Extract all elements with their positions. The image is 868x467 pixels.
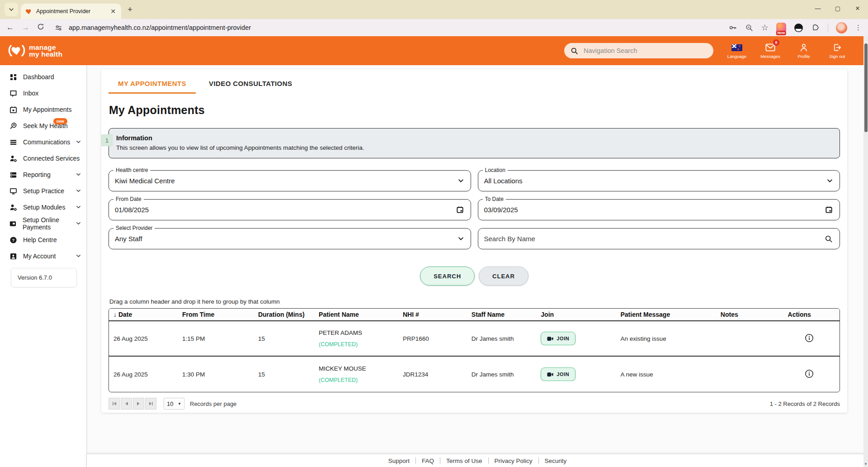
join-button[interactable]: JOIN: [541, 332, 576, 345]
to-date-label: To Date: [483, 196, 506, 202]
cell-join: JOIN: [536, 367, 616, 381]
signout-icon: [833, 43, 842, 52]
column-patient-name[interactable]: Patient Name: [314, 311, 398, 318]
sidebar-item-seek-my-health[interactable]: Seek My Health new: [0, 118, 86, 134]
sidebar-item-help-centre[interactable]: ? Help Centre: [0, 232, 86, 248]
info-box-title: Information: [116, 134, 832, 142]
sidebar-item-dashboard[interactable]: Dashboard: [0, 69, 86, 85]
column-actions[interactable]: Actions: [783, 311, 835, 318]
page-size-select[interactable]: 10 ▼: [164, 398, 184, 410]
chevron-down-icon: [76, 171, 81, 178]
sidebar-item-communications[interactable]: Communications: [0, 134, 86, 150]
tab-search-button[interactable]: [5, 3, 18, 16]
back-button[interactable]: ←: [6, 23, 14, 32]
tab-close-icon[interactable]: ✕: [109, 8, 117, 15]
location-select[interactable]: Location All Locations: [478, 170, 840, 191]
search-by-name-field[interactable]: [484, 235, 825, 243]
cell-patient-message: A new issue: [616, 371, 716, 378]
sidebar-item-reporting[interactable]: Reporting: [0, 167, 86, 183]
window-maximize-button[interactable]: ▢: [835, 5, 841, 12]
sidebar-item-setup-practice[interactable]: Setup Practice: [0, 183, 86, 199]
first-page-button[interactable]: [108, 398, 120, 410]
profile-button[interactable]: Profile: [791, 43, 816, 59]
info-box-text: This screen allows you to view list of u…: [116, 144, 832, 151]
chevron-down-icon: [76, 138, 81, 146]
sidebar-item-connected-services[interactable]: Connected Services: [0, 150, 86, 167]
site-settings-icon: [55, 24, 62, 32]
zoom-icon[interactable]: [745, 24, 754, 32]
column-date[interactable]: ↓ Date: [109, 311, 178, 318]
scrollbar-thumb[interactable]: [864, 43, 868, 132]
browser-menu-icon[interactable]: ⋮: [855, 24, 862, 32]
profile-avatar[interactable]: [836, 22, 847, 33]
password-key-icon[interactable]: [728, 23, 737, 32]
sidebar-item-inbox[interactable]: Inbox: [0, 85, 86, 101]
cell-patient-name: PETER ADAMS (COMPLETED): [314, 329, 398, 348]
extension-new-icon[interactable]: New: [776, 23, 786, 33]
sidebar-item-setup-online-payments[interactable]: Setup Online Payments: [0, 215, 86, 232]
table-row: 26 Aug 2025 1:15 PM 15 PETER ADAMS (COMP…: [109, 321, 840, 357]
scrollbar-down-arrow[interactable]: ▼: [863, 462, 868, 466]
navigation-search[interactable]: [564, 43, 713, 58]
info-icon[interactable]: [805, 334, 814, 343]
column-nhi[interactable]: NHI #: [398, 311, 467, 318]
column-notes[interactable]: Notes: [716, 311, 783, 318]
footer-link-privacy[interactable]: Privacy Policy: [489, 457, 538, 464]
navigation-search-input[interactable]: [584, 47, 697, 54]
footer-link-faq[interactable]: FAQ: [416, 457, 440, 464]
join-button[interactable]: JOIN: [541, 367, 576, 381]
forward-button[interactable]: →: [22, 23, 29, 32]
new-tab-button[interactable]: +: [127, 5, 132, 14]
window-close-button[interactable]: ✕: [854, 5, 861, 12]
bookmark-star-icon[interactable]: ☆: [761, 23, 769, 33]
column-from-time[interactable]: From Time: [178, 311, 254, 318]
address-bar[interactable]: app.managemyhealth.co.nz/appointment/app…: [69, 24, 728, 31]
signout-button[interactable]: Sign out: [825, 43, 850, 59]
next-page-button[interactable]: [133, 398, 144, 410]
to-date-input[interactable]: To Date 03/09/2025: [478, 199, 840, 220]
extensions-puzzle-icon[interactable]: [811, 23, 820, 32]
tab-my-appointments[interactable]: MY APPOINTMENTS: [108, 76, 196, 94]
tab-video-consultations[interactable]: VIDEO CONSULTATIONS: [199, 76, 302, 94]
managemyhealth-logo[interactable]: manage my health: [7, 42, 62, 59]
provider-select[interactable]: Select Provider Any Staff: [108, 228, 471, 249]
search-button[interactable]: SEARCH: [420, 267, 475, 286]
from-date-value: 01/08/2025: [115, 206, 456, 214]
reload-button[interactable]: [37, 23, 44, 33]
footer-link-support[interactable]: Support: [382, 457, 415, 464]
footer-link-terms[interactable]: Terms of Use: [440, 457, 488, 464]
column-patient-message[interactable]: Patient Message: [616, 311, 716, 318]
calendar-icon[interactable]: [456, 206, 464, 214]
managemyhealth-logo-icon: [7, 42, 26, 59]
health-centre-select[interactable]: Health centre Kiwi Medical Centre: [108, 170, 471, 191]
info-icon[interactable]: [805, 369, 814, 378]
site-info-button[interactable]: [55, 24, 62, 32]
from-date-input[interactable]: From Date 01/08/2025: [108, 199, 471, 220]
page-number-button[interactable]: 1: [101, 134, 113, 146]
dashboard-icon: [9, 73, 17, 81]
last-page-button[interactable]: [145, 398, 156, 410]
main-content: MY APPOINTMENTS VIDEO CONSULTATIONS My A…: [87, 65, 868, 467]
column-duration[interactable]: Duration (Mins): [254, 311, 314, 318]
page-scrollbar[interactable]: ▼: [863, 36, 868, 467]
sidebar-item-setup-modules[interactable]: Setup Modules: [0, 199, 86, 215]
health-centre-label: Health centre: [113, 167, 150, 173]
previous-page-button[interactable]: [121, 398, 132, 410]
chevron-down-icon: [76, 253, 81, 260]
sidebar-item-my-account[interactable]: My Account: [0, 248, 86, 264]
sidebar-item-my-appointments[interactable]: My Appointments: [0, 101, 86, 118]
cell-date: 26 Aug 2025: [109, 335, 178, 342]
help-icon: ?: [9, 236, 17, 244]
clear-button[interactable]: CLEAR: [479, 267, 528, 286]
column-join[interactable]: Join: [536, 311, 616, 318]
browser-tab[interactable]: Appointment Provider ✕: [21, 4, 121, 19]
window-minimize-button[interactable]: —: [815, 5, 821, 12]
footer-link-security[interactable]: Security: [539, 457, 573, 464]
calendar-icon[interactable]: [825, 206, 833, 214]
messages-button[interactable]: 0 Messages: [758, 43, 783, 59]
extension-dark-icon[interactable]: [794, 23, 803, 33]
language-button[interactable]: Language: [724, 43, 750, 59]
search-by-name-input[interactable]: [478, 228, 840, 249]
column-staff-name[interactable]: Staff Name: [467, 311, 537, 318]
calendar-plus-icon: [9, 105, 17, 114]
